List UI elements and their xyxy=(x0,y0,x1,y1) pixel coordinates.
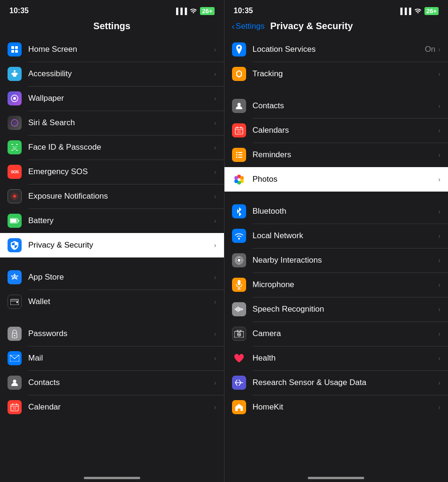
svg-rect-67 xyxy=(237,330,241,332)
settings-item-passwords[interactable]: Passwords › xyxy=(0,321,224,346)
calendar-icon: 31 xyxy=(8,400,22,414)
privacy-item-health[interactable]: Health › xyxy=(224,346,448,370)
wallpaper-label: Wallpaper xyxy=(28,94,214,103)
settings-item-faceid[interactable]: Face ID & Passcode › xyxy=(0,135,224,160)
privacy-item-bluetooth[interactable]: Bluetooth › xyxy=(224,199,448,224)
privacy-item-localnetwork[interactable]: Local Network › xyxy=(224,224,448,248)
right-group-bottom: Bluetooth › Local Network › Nearby Inter… xyxy=(224,199,448,419)
sos-icon: SOS xyxy=(8,165,22,179)
svg-rect-43 xyxy=(238,154,242,155)
svg-rect-0 xyxy=(11,46,14,49)
siri-chevron: › xyxy=(214,119,216,127)
localnetwork-label: Local Network xyxy=(253,231,439,241)
battery-left: 26+ xyxy=(200,7,214,15)
tracking-chevron: › xyxy=(438,70,440,78)
home-bar-left xyxy=(84,477,140,479)
wallpaper-chevron: › xyxy=(214,95,216,102)
settings-item-calendar[interactable]: 31 Calendar › xyxy=(0,395,224,419)
priv-contacts-chevron: › xyxy=(438,102,440,110)
svg-point-12 xyxy=(13,146,14,147)
settings-item-exposure[interactable]: Exposure Notifications › xyxy=(0,184,224,209)
privacy-item-nearby[interactable]: Nearby Interactions › xyxy=(224,248,448,273)
svg-rect-18 xyxy=(10,219,16,223)
svg-point-41 xyxy=(236,157,237,158)
calendars-chevron: › xyxy=(438,127,440,134)
privacy-item-speech[interactable]: Speech Recognition › xyxy=(224,297,448,321)
svg-point-4 xyxy=(14,70,16,72)
settings-item-privacy[interactable]: Privacy & Security › xyxy=(0,233,224,257)
tracking-label: Tracking xyxy=(253,69,439,79)
privacy-item-calendars[interactable]: 31 Calendars › xyxy=(224,118,448,143)
right-group-mid: Contacts › 31 Calendars › Reminders › xyxy=(224,94,448,192)
settings-item-siri[interactable]: Siri & Search › xyxy=(0,111,224,135)
home-indicator-left xyxy=(0,469,224,482)
contacts-icon xyxy=(8,376,22,390)
status-icons-left: ▐▐▐ 26+ xyxy=(174,7,215,15)
privacy-item-reminders[interactable]: Reminders › xyxy=(224,143,448,167)
back-button[interactable]: ‹ Settings xyxy=(232,21,265,32)
settings-item-appstore[interactable]: A App Store › xyxy=(0,265,224,289)
svg-text:31: 31 xyxy=(13,407,16,410)
bluetooth-icon xyxy=(232,204,246,218)
privacy-item-contacts[interactable]: Contacts › xyxy=(224,94,448,118)
privacy-item-homekit[interactable]: HomeKit › xyxy=(224,395,448,419)
privacy-item-photos[interactable]: Photos › xyxy=(224,167,448,192)
settings-item-wallpaper[interactable]: Wallpaper › xyxy=(0,86,224,111)
battery-right: 26+ xyxy=(424,7,439,15)
photos-icon xyxy=(232,172,246,186)
settings-item-accessibility[interactable]: Accessibility › xyxy=(0,62,224,86)
svg-point-39 xyxy=(236,152,237,153)
settings-item-battery[interactable]: Battery › xyxy=(0,209,224,233)
settings-item-home-screen[interactable]: Home Screen › xyxy=(0,37,224,62)
research-label: Research Sensor & Usage Data xyxy=(253,378,439,387)
home-screen-label: Home Screen xyxy=(28,45,214,54)
privacy-item-camera[interactable]: Camera › xyxy=(224,321,448,346)
location-value: On xyxy=(425,45,436,54)
reminders-chevron: › xyxy=(438,151,440,159)
privacy-item-tracking[interactable]: Tracking › xyxy=(224,62,448,86)
accessibility-chevron: › xyxy=(214,70,216,78)
speech-chevron: › xyxy=(438,305,440,313)
siri-icon xyxy=(8,116,22,130)
left-list-scroll[interactable]: Home Screen › Accessibility › Wallpaper … xyxy=(0,37,224,469)
left-group-1: Home Screen › Accessibility › Wallpaper … xyxy=(0,37,224,257)
camera-label: Camera xyxy=(253,329,439,338)
svg-point-53 xyxy=(238,259,240,262)
settings-item-contacts[interactable]: Contacts › xyxy=(0,370,224,395)
time-right: 10:35 xyxy=(234,7,253,15)
battery-chevron: › xyxy=(214,217,216,225)
privacy-item-microphone[interactable]: Microphone › xyxy=(224,273,448,297)
privacy-chevron: › xyxy=(214,241,216,249)
siri-label: Siri & Search xyxy=(28,118,214,128)
microphone-chevron: › xyxy=(438,281,440,289)
back-label: Settings xyxy=(236,22,264,31)
nearby-label: Nearby Interactions xyxy=(253,256,439,265)
battery-icon xyxy=(8,214,22,228)
privacy-item-location[interactable]: Location Services On › xyxy=(224,37,448,62)
settings-item-wallet[interactable]: Wallet › xyxy=(0,289,224,314)
priv-contacts-icon xyxy=(232,99,246,113)
privacy-item-research[interactable]: Research Sensor & Usage Data › xyxy=(224,370,448,395)
svg-rect-23 xyxy=(16,301,18,303)
svg-point-25 xyxy=(14,335,16,337)
right-list-scroll[interactable]: Location Services On › Tracking › Cont xyxy=(224,37,448,469)
research-icon xyxy=(232,376,246,390)
exposure-label: Exposure Notifications xyxy=(28,192,214,201)
settings-item-sos[interactable]: SOS Emergency SOS › xyxy=(0,160,224,184)
wifi-icon-right xyxy=(414,7,422,15)
nav-header-right: ‹ Settings Privacy & Security xyxy=(224,19,448,37)
left-panel: 10:35 ▐▐▐ 26+ Settings Home Screen › xyxy=(0,0,224,482)
svg-text:31: 31 xyxy=(237,130,241,133)
localnetwork-chevron: › xyxy=(438,232,440,240)
battery-label: Battery xyxy=(28,216,214,225)
left-group-3: Passwords › Mail › Contacts › xyxy=(0,321,224,419)
appstore-icon: A xyxy=(8,270,22,284)
svg-rect-60 xyxy=(236,307,237,311)
back-chevron-icon: ‹ xyxy=(232,21,235,32)
contacts-label: Contacts xyxy=(28,378,214,387)
appstore-label: App Store xyxy=(28,273,214,282)
bluetooth-chevron: › xyxy=(438,208,440,215)
right-page-title: Privacy & Security xyxy=(270,21,353,32)
svg-rect-10 xyxy=(11,150,13,151)
settings-item-mail[interactable]: Mail › xyxy=(0,346,224,370)
